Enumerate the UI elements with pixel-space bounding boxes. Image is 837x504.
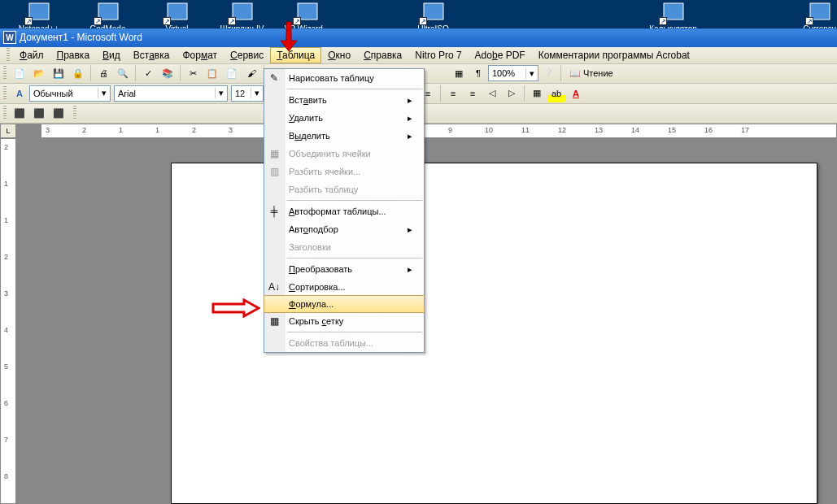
menu-separator: [287, 258, 422, 259]
ruler-mark: 2: [4, 253, 8, 261]
font-value: Arial: [118, 89, 136, 98]
window-title: Документ1 - Microsoft Word: [20, 32, 142, 43]
ruler-horizontal[interactable]: 3211234567891011121314151617: [41, 124, 837, 138]
submenu-arrow-icon: ▸: [408, 131, 412, 141]
decrease-indent-button[interactable]: ◁: [483, 85, 501, 102]
menu-item[interactable]: Вставка: [127, 47, 177, 63]
columns-button[interactable]: ▦: [450, 64, 468, 82]
menu-item[interactable]: ╪Автоформат таблицы...: [264, 202, 424, 220]
toolbar-handle[interactable]: [73, 106, 76, 120]
toolbar-handle[interactable]: [7, 48, 10, 63]
red-arrow-down-annotation: [277, 20, 301, 53]
menubar: ФайлПравкаВидВставкаФорматСервисТаблицаО…: [0, 47, 837, 64]
document-canvas[interactable]: [16, 138, 837, 504]
copy-button[interactable]: 📋: [203, 64, 221, 82]
font-color-button[interactable]: A: [567, 85, 585, 102]
format-painter-button[interactable]: 🖌: [242, 64, 260, 82]
ruler-mark: 9: [448, 126, 452, 134]
size-dropdown[interactable]: 12 ▾: [231, 85, 264, 102]
menu-item-label: Вставить: [289, 95, 327, 105]
menu-item-label: Формула...: [289, 299, 333, 309]
toolbar-handle[interactable]: [3, 106, 7, 120]
submenu-arrow-icon: ▸: [408, 95, 412, 106]
ruler-mark: 7: [4, 436, 8, 444]
ruler-corner[interactable]: L: [0, 124, 16, 138]
menu-item: Разбить таблицу: [264, 180, 424, 198]
cut-button[interactable]: ✂: [184, 64, 202, 82]
menu-item[interactable]: Вид: [96, 47, 127, 63]
increase-indent-button[interactable]: ▷: [503, 85, 521, 102]
show-marks-button[interactable]: ¶: [469, 64, 487, 82]
highlight-button[interactable]: ab: [547, 85, 565, 102]
print-button[interactable]: 🖨: [94, 64, 112, 82]
menu-item[interactable]: Adobe PDF: [469, 47, 532, 63]
shortcut-arrow-icon: ↗: [659, 17, 667, 25]
save-button[interactable]: 💾: [50, 64, 68, 82]
borders-button[interactable]: ▦: [528, 85, 546, 102]
help-button[interactable]: ❔: [539, 64, 557, 82]
shortcut-arrow-icon: ↗: [228, 17, 236, 25]
menu-item[interactable]: Файл: [13, 47, 50, 63]
open-button[interactable]: 📂: [30, 64, 48, 82]
pdf-button-1[interactable]: ⬛: [11, 104, 28, 122]
pdf-button-2[interactable]: ⬛: [30, 104, 48, 122]
menu-item[interactable]: Преобразовать▸: [264, 260, 424, 278]
ruler-mark: 1: [4, 180, 8, 188]
menu-item[interactable]: Nitro Pro 7: [408, 47, 468, 63]
shortcut-arrow-icon: ↗: [24, 17, 33, 25]
menu-item[interactable]: ✎Нарисовать таблицу: [264, 69, 424, 87]
zoom-dropdown[interactable]: 100% ▾: [488, 65, 538, 81]
research-button[interactable]: 📚: [159, 64, 177, 82]
bulleted-list-button[interactable]: ≡: [464, 85, 482, 102]
titlebar[interactable]: W Документ1 - Microsoft Word: [0, 28, 837, 47]
spellcheck-button[interactable]: ✓: [139, 64, 157, 82]
numbered-list-button[interactable]: ≡: [444, 85, 462, 102]
menu-item[interactable]: Окно: [321, 47, 357, 63]
menu-item[interactable]: A↓Сортировка...: [264, 278, 424, 296]
permissions-button[interactable]: 🔒: [69, 64, 87, 82]
menu-item-label: Преобразовать: [289, 264, 352, 274]
style-dropdown[interactable]: Обычный ▾: [29, 85, 111, 102]
ruler-mark: 1: [4, 216, 8, 224]
toolbar-handle[interactable]: [3, 86, 7, 101]
ruler-mark: 16: [704, 126, 713, 134]
menu-item[interactable]: Выделить▸: [264, 127, 424, 145]
chevron-down-icon: ▾: [215, 88, 224, 98]
ruler-mark: 1: [155, 126, 159, 134]
menu-item[interactable]: Комментарии программы Acrobat: [532, 47, 696, 63]
ruler-mark: 4: [4, 326, 8, 334]
font-dropdown[interactable]: Arial ▾: [114, 85, 228, 102]
menu-item: ▦Объединить ячейки: [264, 145, 424, 163]
ruler-mark: 10: [485, 126, 493, 134]
desktop: ↗Notepad++↗GodMode↗Virtual↗Штирлиц IV↗VP…: [0, 0, 837, 28]
menu-item[interactable]: Справка: [357, 47, 408, 63]
menu-item[interactable]: ▦Скрыть сетку: [264, 312, 424, 330]
red-arrow-right-annotation: [211, 298, 260, 318]
menu-item[interactable]: Формат: [176, 47, 224, 63]
read-mode-button[interactable]: 📖 Чтение: [565, 64, 618, 82]
paste-button[interactable]: 📄: [223, 64, 241, 82]
toolbar-handle[interactable]: [3, 66, 7, 80]
menu-item[interactable]: Автоподбор▸: [264, 220, 424, 238]
print-preview-button[interactable]: 🔍: [114, 64, 132, 82]
new-doc-button[interactable]: 📄: [11, 64, 28, 82]
menu-item[interactable]: Формула...: [264, 295, 425, 313]
shortcut-arrow-icon: ↗: [419, 17, 427, 25]
menu-item[interactable]: Правка: [50, 47, 97, 63]
menu-item-label: Скрыть сетку: [289, 316, 343, 326]
menu-item-label: Автоформат таблицы...: [289, 206, 386, 216]
menu-item-label: Нарисовать таблицу: [289, 73, 374, 83]
submenu-arrow-icon: ▸: [408, 113, 412, 124]
menu-item[interactable]: Вставить▸: [264, 91, 424, 109]
menu-item-label: Разбить таблицу: [289, 185, 358, 194]
ruler-mark: 11: [521, 126, 530, 134]
ruler-mark: 17: [741, 126, 749, 134]
menu-item[interactable]: Сервис: [224, 47, 270, 63]
menu-item[interactable]: Удалить▸: [264, 109, 424, 127]
ruler-mark: 2: [4, 143, 8, 151]
ruler-vertical[interactable]: 2112345678: [0, 138, 16, 504]
menu-item-icon: ✎: [267, 71, 281, 85]
style-value: Обычный: [33, 89, 73, 98]
styles-pane-button[interactable]: A: [11, 85, 28, 102]
pdf-button-3[interactable]: ⬛: [50, 104, 68, 122]
